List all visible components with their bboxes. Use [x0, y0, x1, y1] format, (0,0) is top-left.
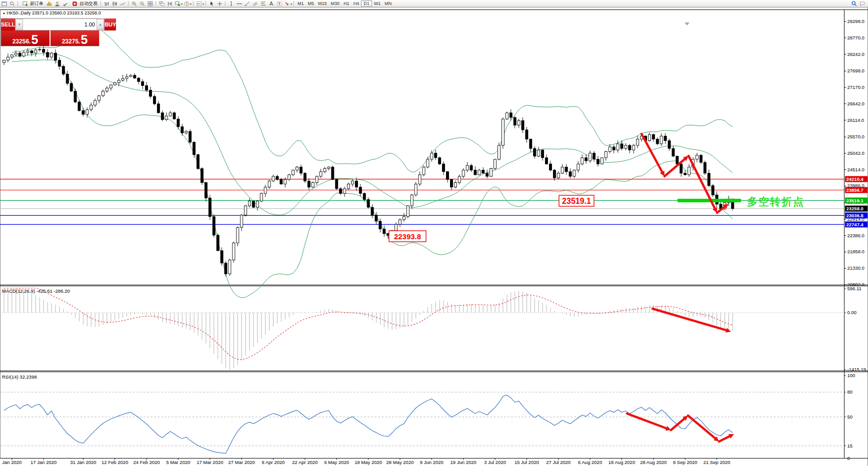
rsi-trend-arrow-seg1[interactable]: [627, 414, 666, 428]
macd-axis-label: -1415.19: [848, 367, 866, 372]
buy-price-display[interactable]: 23275. 5: [50, 30, 99, 46]
price-badge-text: 22747.4: [846, 222, 864, 227]
date-tick-label: 27 Mar 2020: [228, 460, 255, 465]
date-tick-label: 18 Aug 2020: [608, 460, 635, 465]
toolbar-separator: [128, 1, 128, 6]
crosshair-icon[interactable]: [216, 0, 223, 6]
tile-windows-icon[interactable]: [146, 0, 154, 6]
date-tick-label: 28 Aug 2020: [640, 460, 666, 465]
main-trend-arrow-seg1[interactable]: [642, 134, 662, 172]
cursor-icon[interactable]: [208, 0, 215, 6]
macd-axis-label: 596.11: [848, 286, 862, 291]
date-tick-label: 3 Jul 2020: [484, 460, 506, 465]
buy-button[interactable]: BUY: [104, 18, 116, 30]
sell-price-display[interactable]: 23256. 5: [1, 30, 50, 46]
navigator-icon[interactable]: [54, 0, 60, 6]
trendline-icon[interactable]: [244, 0, 250, 6]
signals-icon[interactable]: [62, 0, 68, 6]
new-order-button[interactable]: 新订单: [20, 0, 45, 6]
bollinger-bands: [12, 24, 733, 298]
new-chart-icon[interactable]: [174, 0, 181, 6]
volume-decrease-button[interactable]: ▼: [16, 19, 23, 30]
trading-platform-window: 新订单自动交易▾▾▾AT▾M1M5M15M30H1H4D1W1MN 29298.…: [0, 0, 868, 466]
timeframe-button-m5[interactable]: M5: [306, 0, 316, 6]
price-tick-label: 21858.0: [848, 249, 864, 254]
collapse-panel-icon[interactable]: ▲: [2, 11, 6, 14]
sell-price-big-digit: 5: [31, 34, 38, 45]
autotrading-button[interactable]: 自动交易: [69, 0, 99, 6]
indicators-icon[interactable]: [196, 0, 202, 6]
timeframe-button-h1[interactable]: H1: [342, 0, 352, 6]
rsi-trend-arrow-seg3[interactable]: [688, 416, 715, 439]
volume-stepper: ▼ ▲: [15, 18, 104, 30]
timeframe-button-mn[interactable]: MN: [382, 0, 394, 6]
rsi-axis-label: 15: [848, 443, 853, 449]
zoom-in-icon[interactable]: [130, 0, 138, 6]
market-watch-icon[interactable]: [46, 0, 52, 6]
rsi-trend-arrow-seg4[interactable]: [719, 436, 730, 442]
arrows-icon-caret[interactable]: ▾: [290, 2, 292, 5]
bar-chart-icon[interactable]: [103, 0, 110, 6]
symbol-period-label: HK50-,Daily: [6, 10, 30, 15]
timeframe-button-h4[interactable]: H4: [352, 0, 362, 6]
cascade-windows-icon[interactable]: [158, 0, 165, 6]
timeframe-button-d1[interactable]: D1: [361, 0, 372, 6]
print-preview-icon[interactable]: [8, 0, 16, 6]
price-tick-label: 25042.0: [848, 150, 864, 156]
timeframe-button-m1[interactable]: M1: [296, 0, 306, 6]
rsi-axis-label: 100: [848, 373, 856, 378]
toolbar-separator: [100, 1, 101, 6]
new-order-button-icon[interactable]: [22, 0, 28, 6]
arrows-icon[interactable]: [284, 0, 290, 6]
timeframe-button-m30[interactable]: M30: [329, 0, 342, 6]
new-chart-icon-caret[interactable]: ▾: [181, 2, 182, 5]
channel-icon[interactable]: [252, 0, 258, 6]
chart-shift-marker[interactable]: [684, 22, 690, 25]
date-tick-label: 28 May 2020: [386, 460, 414, 465]
sell-button[interactable]: SELL: [1, 18, 15, 30]
bb-upper-band: [12, 24, 733, 172]
text-icon[interactable]: A: [268, 0, 274, 6]
timeframe-button-w1[interactable]: W1: [372, 0, 383, 6]
vertical-line-icon[interactable]: [228, 0, 234, 6]
period-clock-icon-caret[interactable]: ▾: [190, 2, 192, 5]
date-tick-label: 17 Mar 2020: [196, 460, 223, 465]
price-badge-text: 23519.1: [846, 198, 864, 203]
price-label-22393-text: 22393.8: [394, 232, 421, 241]
rsi-indicator: [4, 395, 732, 454]
price-tick-label: 27698.0: [848, 68, 864, 73]
chat-icon[interactable]: [858, 0, 866, 6]
macd-trend-arrow-seg1[interactable]: [652, 309, 726, 330]
line-chart-icon[interactable]: [119, 0, 126, 6]
date-axis[interactable]: Jan 202017 Jan 202031 Jan 202012 Feb 202…: [2, 459, 730, 466]
volume-increase-button[interactable]: ▲: [96, 19, 104, 30]
sell-price-main: 23256.: [12, 38, 31, 45]
rsi-level-lines: [0, 313, 844, 446]
indicators-icon-caret[interactable]: ▾: [202, 2, 204, 5]
one-click-trade-panel: SELL ▼ ▲ BUY 23256. 5 23275. 5: [1, 18, 99, 46]
price-tick-label: 26114.0: [848, 117, 864, 123]
search-icon[interactable]: [850, 0, 858, 6]
autotrading-button-icon[interactable]: [71, 0, 78, 6]
indicator-axes[interactable]: 596.110.00-1415.191008050150: [844, 286, 866, 461]
date-tick-label: 15 Jul 2020: [514, 460, 539, 465]
date-tick-label: 9 Sep 2020: [673, 460, 698, 465]
macd-indicator: [4, 288, 732, 370]
toolbar-separator: [156, 1, 156, 6]
turning-point-note[interactable]: 多空转折点: [747, 196, 804, 208]
candlestick-icon[interactable]: [111, 0, 118, 6]
date-tick-label: 18 May 2020: [354, 460, 382, 465]
fibonacci-icon[interactable]: [260, 0, 266, 6]
volume-input[interactable]: [23, 19, 96, 30]
horizontal-line-icon[interactable]: [236, 0, 242, 6]
chart-shift-icon[interactable]: [166, 0, 173, 6]
date-tick-label: 6 Aug 2020: [578, 460, 602, 465]
period-clock-icon[interactable]: [183, 0, 190, 6]
price-tick-label: 28242.0: [848, 51, 864, 57]
label-icon[interactable]: T: [276, 0, 282, 6]
price-axis[interactable]: 29298.028770.028242.027698.027170.026642…: [844, 18, 864, 287]
zoom-out-icon[interactable]: [138, 0, 146, 6]
candlestick-series: [3, 45, 734, 276]
chart-window-icon[interactable]: [0, 0, 8, 6]
timeframe-button-m15[interactable]: M15: [316, 0, 329, 6]
